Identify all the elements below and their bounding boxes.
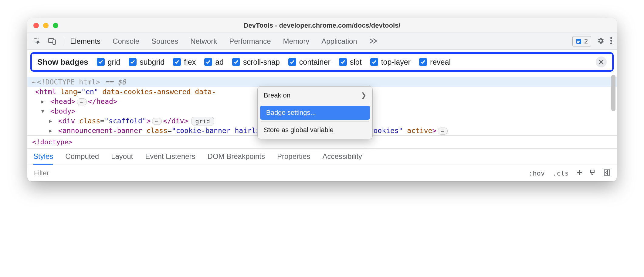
context-menu: Break on❯ Badge settings... Store as glo… — [257, 86, 373, 139]
styles-filter-input[interactable] — [32, 167, 523, 179]
issues-count: 2 — [584, 37, 588, 45]
subtab-computed[interactable]: Computed — [65, 152, 99, 165]
subtab-accessibility[interactable]: Accessibility — [322, 152, 362, 165]
ellipsis-pill[interactable]: ⋯ — [152, 118, 162, 125]
ellipsis-pill[interactable]: ⋯ — [77, 98, 87, 105]
badge-checkbox-top-layer[interactable]: top-layer — [370, 58, 411, 67]
hov-toggle[interactable]: :hov — [526, 169, 547, 177]
badge-checkbox-container[interactable]: container — [288, 58, 330, 67]
subtab-layout[interactable]: Layout — [111, 152, 133, 165]
tab-memory[interactable]: Memory — [283, 37, 310, 46]
toolbar-right: 2 — [572, 36, 612, 46]
svg-rect-2 — [53, 40, 56, 44]
badge-checkbox-grid[interactable]: grid — [97, 58, 120, 67]
inspect-element-icon[interactable] — [32, 36, 42, 47]
issues-icon — [576, 38, 582, 44]
scrollbar-thumb[interactable] — [611, 75, 615, 111]
checkbox-icon — [97, 58, 105, 66]
ellipsis-icon: ⋯ — [32, 78, 35, 86]
subtab-event-listeners[interactable]: Event Listeners — [145, 152, 195, 165]
menu-item-badge-settings[interactable]: Badge settings... — [260, 106, 370, 120]
device-toolbar-icon[interactable] — [47, 36, 58, 47]
menu-item-store-global[interactable]: Store as global variable — [258, 123, 372, 137]
tab-console[interactable]: Console — [113, 37, 139, 46]
ellipsis-pill[interactable]: ⋯ — [438, 128, 448, 135]
subtab-styles[interactable]: Styles — [33, 152, 53, 165]
panel-tabs: Elements Console Sources Network Perform… — [70, 36, 568, 46]
close-badges-bar-button[interactable] — [596, 56, 607, 67]
checkbox-icon — [232, 58, 240, 66]
svg-rect-7 — [591, 170, 594, 173]
badge-checkbox-reveal[interactable]: reveal — [419, 58, 451, 67]
checkbox-icon — [370, 58, 378, 66]
main-toolbar: Elements Console Sources Network Perform… — [27, 33, 617, 50]
subtab-properties[interactable]: Properties — [277, 152, 310, 165]
badge-checkbox-ad[interactable]: ad — [204, 58, 224, 67]
dom-node-doctype[interactable]: ⋯ <!DOCTYPE html> == $0 — [27, 77, 617, 87]
checkbox-icon — [339, 58, 347, 66]
brush-icon[interactable] — [588, 169, 598, 177]
more-tabs-button[interactable] — [369, 36, 378, 46]
settings-icon[interactable] — [597, 37, 605, 46]
badges-bar-label: Show badges — [37, 57, 88, 67]
computed-panel-toggle-icon[interactable] — [602, 169, 612, 177]
checkbox-icon — [129, 58, 137, 66]
checkbox-icon — [419, 58, 427, 66]
more-options-icon[interactable] — [610, 37, 612, 46]
svg-point-6 — [610, 43, 612, 44]
svg-point-4 — [610, 37, 612, 39]
devtools-window: DevTools - developer.chrome.com/docs/dev… — [27, 18, 617, 181]
tab-elements[interactable]: Elements — [70, 37, 100, 46]
badge-checkbox-subgrid[interactable]: subgrid — [129, 58, 164, 67]
menu-separator — [261, 121, 369, 121]
badge-checkbox-flex[interactable]: flex — [173, 58, 196, 67]
titlebar: DevTools - developer.chrome.com/docs/dev… — [27, 18, 617, 33]
toolbar-divider — [64, 37, 64, 46]
tab-performance[interactable]: Performance — [229, 37, 271, 46]
grid-badge[interactable]: grid — [192, 117, 214, 125]
badge-checkbox-slot[interactable]: slot — [339, 58, 362, 67]
dom-tree[interactable]: ⋯ <!DOCTYPE html> == $0 <html lang="en" … — [27, 72, 617, 135]
styles-filter-row: :hov .cls — [27, 165, 617, 181]
issues-badge[interactable]: 2 — [572, 36, 591, 46]
tab-application[interactable]: Application — [321, 37, 357, 46]
checkbox-icon — [173, 58, 181, 66]
checkbox-icon — [288, 58, 296, 66]
badge-checkbox-scroll-snap[interactable]: scroll-snap — [232, 58, 280, 67]
cls-toggle[interactable]: .cls — [550, 169, 571, 177]
tab-network[interactable]: Network — [190, 37, 217, 46]
window-title: DevTools - developer.chrome.com/docs/dev… — [27, 22, 617, 29]
chevron-right-icon: ❯ — [361, 91, 366, 99]
show-badges-bar: Show badges grid subgrid flex ad scroll-… — [30, 52, 614, 72]
menu-separator — [261, 104, 369, 104]
tab-sources[interactable]: Sources — [151, 37, 178, 46]
close-icon — [598, 59, 604, 65]
subtab-dom-breakpoints[interactable]: DOM Breakpoints — [208, 152, 265, 165]
styles-tabs: Styles Computed Layout Event Listeners D… — [27, 148, 617, 165]
menu-item-break-on[interactable]: Break on❯ — [258, 88, 372, 102]
new-style-rule-icon[interactable] — [574, 169, 585, 177]
svg-point-5 — [610, 40, 612, 42]
checkbox-icon — [204, 58, 212, 66]
